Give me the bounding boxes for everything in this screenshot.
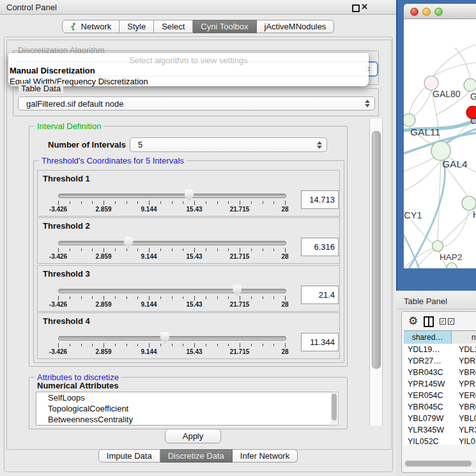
slider-track[interactable] [58, 194, 286, 198]
table-row[interactable]: YPR145WYPR145W [404, 378, 476, 390]
network-icon [70, 22, 78, 31]
slider-thumb[interactable] [160, 332, 169, 344]
network-window-titlebar[interactable] [404, 4, 476, 19]
table-row[interactable]: YIL052CYIL052C [404, 436, 476, 445]
tab-label: Cyni Toolbox [201, 20, 248, 33]
cell-shared-name[interactable]: YBR045C [404, 401, 455, 413]
algorithm-option[interactable]: Manual Discretization [8, 65, 369, 76]
table-panel-body: ⚙ ✓ ✓ shared… name YDL19…YDL19…YDR27…YDR… [401, 311, 476, 473]
table-row[interactable]: YLR345WYLR345W [404, 424, 476, 436]
tab-style[interactable]: Style [119, 20, 154, 33]
slider-ticks [58, 248, 285, 253]
cell-name[interactable]: YBL079W [455, 413, 476, 424]
attribute-list-item[interactable]: SelfLoops [36, 392, 331, 403]
cell-name[interactable]: YDR27… [455, 355, 476, 367]
minimize-traffic-light[interactable] [422, 8, 431, 16]
cell-name[interactable]: YDL19… [455, 344, 476, 355]
table-data-combobox[interactable]: galFiltered.sif default node [18, 96, 375, 111]
cell-shared-name[interactable]: YBR043C [404, 367, 455, 378]
table-hscrollbar-thumb[interactable] [405, 461, 472, 466]
cell-name[interactable]: YPR145W [455, 378, 476, 390]
zoom-traffic-light[interactable] [434, 8, 443, 16]
column-header-name[interactable]: name [452, 331, 476, 344]
cell-name[interactable]: YLR345W [455, 424, 476, 436]
node-gal11[interactable] [404, 114, 415, 127]
cell-shared-name[interactable]: YDL19… [404, 344, 455, 355]
number-of-intervals-value: 5 [130, 140, 316, 150]
cell-shared-name[interactable]: YBL079W [404, 413, 455, 424]
table-row[interactable]: YER054CYER054C [404, 390, 476, 401]
cell-name[interactable]: YBR045C [455, 401, 476, 413]
table-rows: YDL19…YDL19…YDR27…YDR27…YBR043CYBR043CYP… [404, 344, 476, 445]
slider-track[interactable] [58, 336, 286, 341]
tab-infer-network[interactable]: Infer Network [233, 449, 298, 463]
cell-shared-name[interactable]: YPR145W [404, 378, 455, 390]
tab-cyni-toolbox[interactable]: Cyni Toolbox [193, 20, 256, 33]
node-gal4[interactable] [431, 141, 450, 160]
attribute-list-item[interactable]: TopologicalCoefficient [36, 403, 331, 414]
tab-discretize-data[interactable]: Discretize Data [160, 449, 233, 463]
panel-scrollbar-thumb[interactable] [372, 131, 381, 369]
close-icon[interactable]: ✕ [361, 2, 368, 12]
slider-track[interactable] [58, 241, 286, 245]
network-nodes [404, 76, 476, 268]
tab-label: Network [81, 20, 112, 33]
table-row[interactable]: YBR045CYBR045C [404, 401, 476, 413]
table-row[interactable]: YBL079WYBL079W [404, 413, 476, 424]
panel-title: Control Panel [6, 3, 57, 12]
slider-track[interactable] [58, 289, 286, 293]
checkbox-icon[interactable]: ✓ [448, 318, 454, 325]
node-gal80[interactable] [424, 76, 438, 90]
tab-label: jActiveMNodules [265, 20, 326, 33]
cell-name[interactable]: YER054C [455, 390, 476, 401]
split-column-icon[interactable] [424, 316, 434, 327]
node-hap2[interactable] [433, 241, 443, 252]
table-row[interactable]: YDR27…YDR27… [404, 355, 476, 367]
apply-button[interactable]: Apply [165, 429, 221, 443]
close-traffic-light[interactable] [410, 8, 418, 16]
tab-impute-data[interactable]: Impute Data [98, 449, 160, 463]
attribute-list-item[interactable]: BetweennessCentrality [36, 414, 331, 425]
table-row[interactable]: YDL19…YDL19… [404, 344, 476, 355]
checkbox-icon[interactable]: ✓ [440, 318, 446, 325]
attributes-scrollbar-thumb[interactable] [332, 394, 337, 420]
tab-select[interactable]: Select [154, 20, 193, 33]
cell-shared-name[interactable]: YIL052C [404, 436, 455, 445]
threshold-slider[interactable]: -3.4262.8599.14415.4321.71528 [58, 237, 285, 260]
node-clipped-top-right[interactable] [464, 79, 476, 91]
gear-icon[interactable]: ⚙ [408, 314, 418, 328]
slider-thumb[interactable] [185, 190, 194, 201]
node-clipped-low-right[interactable] [462, 196, 476, 210]
slider-scale-labels: -3.4262.8599.14415.4321.71528 [58, 206, 285, 213]
cell-shared-name[interactable]: YER054C [404, 390, 455, 401]
network-canvas[interactable]: GAL80 GA C GAL11 GAL4 GCY1 H HAP2 [404, 19, 476, 268]
node-bottom-partial[interactable] [447, 263, 457, 268]
threshold-value-field[interactable]: 11.344 [301, 333, 339, 351]
table-row[interactable]: YBR043CYBR043C [404, 367, 476, 378]
label-hap2: HAP2 [440, 252, 462, 262]
label-gal4: GAL4 [442, 158, 468, 169]
cell-name[interactable]: YIL052C [455, 436, 476, 445]
float-window-icon[interactable] [352, 4, 360, 12]
tab-network[interactable]: Network [62, 20, 120, 33]
tab-jactivemnodules[interactable]: jActiveMNodules [257, 20, 335, 33]
threshold-slider[interactable]: -3.4262.8599.14415.4321.71528 [58, 190, 285, 213]
threshold-value-field[interactable]: 6.316 [301, 238, 339, 256]
slider-thumb[interactable] [124, 237, 133, 249]
column-header-shared-name[interactable]: shared… [404, 331, 452, 344]
threshold-value-field[interactable]: 21.4 [301, 286, 339, 304]
threshold-slider[interactable]: -3.4262.8599.14415.4321.71528 [58, 285, 285, 308]
attributes-list-scrollbar[interactable] [331, 392, 339, 426]
combo-arrows-icon [316, 141, 322, 149]
slider-thumb[interactable] [233, 285, 242, 296]
number-of-intervals-combobox[interactable]: 5 [130, 137, 327, 152]
table-hscrollbar[interactable] [404, 460, 476, 468]
panel-scrollbar[interactable] [369, 119, 383, 426]
numerical-attributes-list[interactable]: SelfLoopsTopologicalCoefficientBetweenne… [36, 392, 332, 426]
cell-shared-name[interactable]: YDR27… [404, 355, 455, 367]
cell-name[interactable]: YBR043C [455, 367, 476, 378]
control-panel-titlebar: Control Panel ✕ [0, 0, 396, 15]
threshold-slider[interactable]: -3.4262.8599.14415.4321.71528 [58, 332, 285, 355]
cell-shared-name[interactable]: YLR345W [404, 424, 455, 436]
threshold-value-field[interactable]: 14.713 [301, 190, 339, 209]
